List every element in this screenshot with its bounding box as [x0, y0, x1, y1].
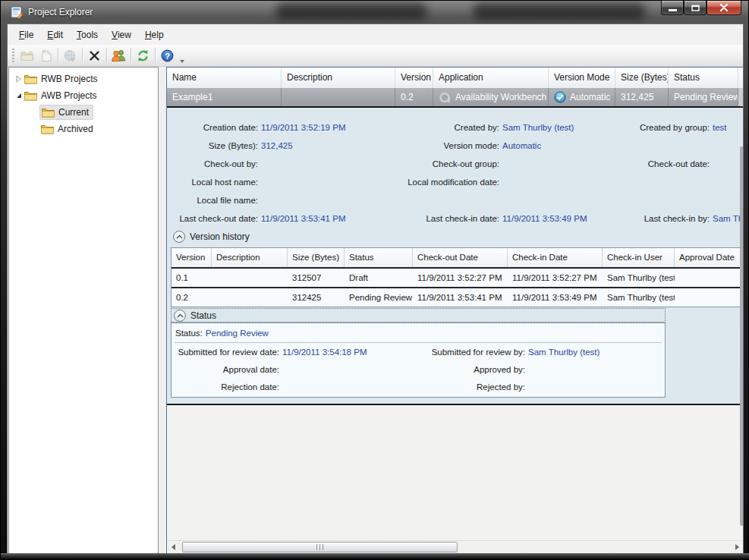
chevron-up-icon: [177, 313, 184, 318]
field-label: Check-out group:: [349, 159, 499, 168]
refresh-button[interactable]: [134, 46, 153, 64]
folder-icon: [42, 107, 55, 118]
field-label: Rejection date:: [175, 382, 279, 392]
vh-cell-version: 0.1: [172, 269, 212, 287]
tree-item-label: Current: [58, 107, 89, 118]
vh-column-version[interactable]: Version: [172, 248, 212, 267]
delete-icon: [89, 50, 100, 61]
field-label: Last check-in by:: [596, 214, 710, 223]
title-bar[interactable]: Project Explorer: [1, 1, 749, 24]
file-row-selected[interactable]: Example1 0.2 Availability Workbench: [167, 88, 744, 108]
field-label: Version mode:: [349, 141, 499, 150]
menu-tools[interactable]: Tools: [70, 27, 105, 43]
vh-column-checkin-date[interactable]: Check-in Date: [508, 248, 603, 267]
column-header-description[interactable]: Description: [282, 68, 395, 88]
status-row: Submitted for review date:11/9/2011 3:54…: [172, 343, 665, 360]
details-row: Last check-out date:11/9/2011 3:53:41 PM…: [171, 209, 744, 228]
vh-column-size[interactable]: Size (Bytes): [288, 248, 345, 267]
project-tree: RWB Projects AWB Projects Current: [8, 67, 159, 554]
chevron-down-icon: [180, 60, 184, 63]
minimize-icon: [669, 9, 677, 11]
version-history-table: Version Description Size (Bytes) Status …: [171, 247, 744, 307]
open-project-button[interactable]: [17, 46, 36, 64]
globe-icon: [64, 49, 77, 62]
menu-help[interactable]: Help: [138, 27, 171, 43]
chevron-up-icon: [176, 234, 183, 239]
field-label: Creation date:: [171, 123, 258, 132]
vertical-scrollbar-thumb[interactable]: [740, 146, 744, 526]
column-header-size[interactable]: Size (Bytes): [615, 68, 669, 88]
scrollbar-thumb[interactable]: [182, 542, 458, 552]
status-value: Pending Review: [206, 329, 269, 338]
field-value: Automatic: [499, 141, 596, 150]
vh-column-description[interactable]: Description: [212, 248, 288, 267]
vh-column-approval-date[interactable]: Approval Date: [675, 248, 744, 267]
vh-column-checkin-user[interactable]: Check-in User: [603, 248, 675, 267]
details-row: Local file name:: [171, 191, 744, 209]
field-value: 11/9/2011 3:53:41 PM: [258, 214, 349, 223]
status-row: Rejection date: Rejected by:: [172, 378, 665, 395]
status-label: Status:: [175, 329, 203, 338]
column-header-version-mode[interactable]: Version Mode: [549, 68, 615, 88]
field-label: Submitted for review date:: [175, 348, 279, 357]
new-document-button[interactable]: [36, 46, 55, 64]
cell-version-mode: Automatic: [549, 88, 615, 106]
toolbar-overflow-button[interactable]: [178, 46, 186, 65]
scroll-left-button[interactable]: [167, 541, 180, 553]
collapse-expander-button[interactable]: [174, 310, 186, 322]
menu-file[interactable]: File: [12, 27, 40, 43]
menu-edit[interactable]: Edit: [40, 27, 70, 43]
tree-item-rwb-projects[interactable]: RWB Projects: [9, 71, 158, 87]
close-button[interactable]: [707, 1, 741, 15]
collapse-arrow-icon[interactable]: [15, 92, 24, 99]
tree-item-archived[interactable]: Archived: [9, 121, 158, 137]
column-header-application[interactable]: Application: [433, 68, 549, 88]
delete-button[interactable]: [85, 46, 104, 64]
tree-item-current[interactable]: Current: [9, 104, 158, 121]
open-folder-icon: [20, 50, 34, 61]
column-header-status[interactable]: Status: [669, 68, 738, 88]
field-value: Sam Thurlby (test): [525, 348, 665, 357]
tree-item-awb-projects[interactable]: AWB Projects: [9, 87, 158, 104]
toolbar-separator: [82, 48, 83, 63]
minimize-button[interactable]: [661, 1, 684, 15]
window-title: Project Explorer: [28, 7, 93, 17]
field-value: Sam Thurlby (test): [710, 214, 744, 223]
redaction-blur: [473, 3, 646, 20]
column-header-version[interactable]: Version: [395, 68, 433, 88]
expand-arrow-icon[interactable]: [15, 75, 24, 83]
vh-cell-size: 312425: [288, 288, 345, 307]
automatic-check-icon: [554, 91, 566, 103]
collapse-expander-button[interactable]: [173, 231, 185, 243]
maximize-button[interactable]: [684, 1, 707, 15]
vh-cell-version: 0.2: [172, 288, 212, 307]
version-history-row[interactable]: 0.1 312507 Draft 11/9/2011 3:52:27 PM 11…: [172, 267, 744, 287]
vh-cell-checkin-user: Sam Thurlby (test): [603, 288, 675, 307]
column-header-name[interactable]: Name: [167, 68, 282, 88]
maximize-icon: [691, 5, 700, 11]
field-label: Local file name:: [171, 196, 258, 205]
availability-workbench-icon: [439, 91, 452, 104]
expander-label: Status: [190, 310, 216, 321]
menu-view[interactable]: View: [105, 27, 138, 43]
vh-column-status[interactable]: Status: [345, 248, 413, 267]
redaction-blur: [275, 3, 427, 20]
vh-column-checkout-date[interactable]: Check-out Date: [413, 248, 508, 267]
vh-cell-checkin-date: 11/9/2011 3:52:27 PM: [508, 269, 603, 287]
toolbar-separator: [155, 48, 156, 63]
details-row: Check-out by: Check-out group: Check-out…: [171, 155, 744, 173]
window-controls: [661, 1, 741, 15]
vh-cell-approval-date: [675, 288, 744, 307]
field-value: 11/9/2011 3:54:18 PM: [279, 348, 426, 357]
toolbar-grip[interactable]: [12, 49, 14, 62]
help-button[interactable]: ?: [158, 46, 177, 64]
version-history-header: Version Description Size (Bytes) Status …: [172, 248, 744, 267]
publish-button[interactable]: [61, 46, 80, 64]
details-row: Size (Bytes):312,425 Version mode:Automa…: [171, 137, 744, 155]
users-button[interactable]: [109, 46, 128, 64]
scroll-right-button[interactable]: [731, 541, 744, 553]
window-bottom-frame: [1, 553, 749, 559]
version-history-row[interactable]: 0.2 312425 Pending Review 11/9/2011 3:53…: [172, 287, 744, 307]
cell-application: Availability Workbench: [433, 88, 549, 106]
horizontal-scrollbar[interactable]: [167, 540, 744, 553]
